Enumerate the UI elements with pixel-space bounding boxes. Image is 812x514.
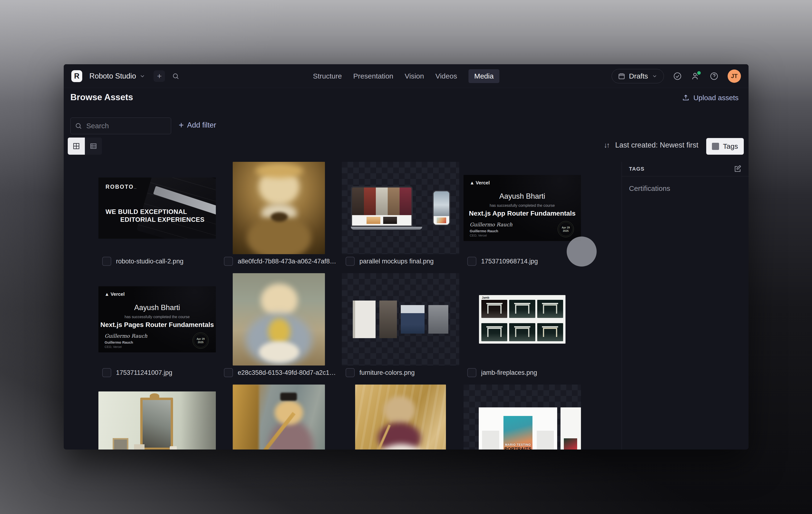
help-circle-icon [709, 72, 719, 81]
asset-checkbox[interactable] [467, 257, 476, 266]
desktop-background: R Roboto Studio + Structure Presentation… [0, 0, 812, 514]
asset-card: Jamb jamb-fireplaces.png [464, 273, 581, 380]
calendar-icon [618, 73, 625, 80]
asset-filename: 1753710968714.jpg [481, 258, 538, 265]
perspective-selector[interactable]: Drafts [612, 69, 664, 83]
decor [268, 318, 290, 345]
presence-dot [696, 71, 701, 76]
decor [280, 393, 297, 401]
workspace-name[interactable]: Roboto Studio [89, 72, 136, 80]
asset-thumbnail-certificate[interactable]: ▲ Vercel Aayush Bharti has successfully … [464, 175, 581, 241]
tab-vision[interactable]: Vision [405, 72, 424, 80]
certificate-recipient: Aayush Bharti [464, 192, 581, 200]
sort-control[interactable]: ↓↑ Last created: Newest first [604, 141, 698, 150]
decor [113, 438, 128, 450]
asset-thumbnail-interior[interactable] [98, 391, 216, 450]
tag-swatch-icon [712, 143, 719, 150]
asset-thumbnail-cat-portrait[interactable] [233, 273, 325, 366]
page-title: Browse Assets [70, 92, 133, 102]
asset-card: MARIO TESTINO PORTRAITS [464, 384, 581, 450]
cursor-overlay [567, 237, 597, 267]
user-avatar[interactable]: JT [728, 70, 741, 83]
tags-panel-header: TAGS [622, 162, 749, 176]
asset-grid: ROBOTO… WE BUILD EXCEPTIONAL EDITORIAL E… [98, 162, 581, 450]
decor [353, 301, 376, 338]
asset-card: ▲ Vercel Aayush Bharti has successfully … [464, 162, 581, 268]
asset-checkbox[interactable] [102, 257, 111, 266]
asset-thumbnail-roboto-banner[interactable]: ROBOTO… WE BUILD EXCEPTIONAL EDITORIAL E… [98, 178, 216, 239]
decor [401, 305, 425, 334]
phone-mockup [433, 190, 450, 225]
upload-icon [682, 94, 690, 102]
tag-item-certifications[interactable]: Certifications [622, 176, 749, 200]
list-view-button[interactable] [85, 138, 102, 155]
tab-structure[interactable]: Structure [313, 72, 342, 80]
decor [261, 283, 298, 317]
help-button[interactable] [709, 72, 719, 81]
magazine-spread: MARIO TESTINO PORTRAITS [479, 407, 557, 450]
logo-letter: R [74, 72, 79, 80]
add-filter-button[interactable]: + Add filter [179, 121, 216, 130]
list-icon [89, 142, 97, 150]
edit-tags-icon[interactable] [734, 165, 742, 173]
grid-view-button[interactable] [68, 138, 85, 155]
add-filter-label: Add filter [187, 121, 216, 130]
asset-card: ROBOTO… WE BUILD EXCEPTIONAL EDITORIAL E… [98, 162, 216, 268]
workspace-chevron-down-icon[interactable] [139, 73, 145, 79]
asset-card: parallel mockups final.png [342, 162, 459, 268]
collaborators-button[interactable] [691, 72, 700, 81]
upload-assets-button[interactable]: Upload assets [682, 94, 738, 102]
asset-thumbnail-fireplaces[interactable]: Jamb [464, 273, 581, 366]
new-document-button[interactable]: + [153, 71, 165, 82]
decor [256, 164, 303, 178]
asset-card [98, 384, 216, 450]
asset-thumbnail-cat-painting[interactable] [355, 384, 446, 450]
circle-check-icon [673, 72, 682, 81]
roboto-logo[interactable]: R [71, 70, 82, 82]
asset-checkbox[interactable] [346, 368, 355, 377]
asset-card: e28c358d-6153-49fd-80d7-a2c1040af... [220, 273, 338, 380]
asset-search [70, 117, 171, 134]
upload-assets-label: Upload assets [693, 94, 738, 102]
asset-checkbox[interactable] [224, 368, 233, 377]
asset-filename: 1753711241007.jpg [116, 369, 172, 376]
asset-thumbnail-magazine[interactable]: MARIO TESTINO PORTRAITS [464, 384, 581, 450]
asset-checkbox[interactable] [224, 257, 233, 266]
asset-card: ▲ Vercel Aayush Bharti has successfully … [98, 273, 216, 380]
certificate-course: Next.js App Router Fundamentals [464, 210, 581, 217]
asset-thumbnail-cat-painting[interactable] [233, 384, 325, 450]
publish-status-button[interactable] [673, 72, 682, 81]
asset-card: furniture-colors.png [342, 273, 459, 380]
asset-thumbnail-certificate[interactable]: ▲ Vercel Aayush Bharti has successfully … [98, 286, 216, 352]
asset-filename: jamb-fireplaces.png [481, 369, 537, 376]
asset-filename: e28c358d-6153-49fd-80d7-a2c1040af... [238, 369, 338, 376]
tags-toggle-label: Tags [723, 142, 738, 151]
tab-videos[interactable]: Videos [435, 72, 457, 80]
asset-card [220, 384, 338, 450]
asset-checkbox[interactable] [467, 368, 476, 377]
decor [247, 217, 311, 254]
asset-checkbox[interactable] [102, 368, 111, 377]
asset-card [342, 384, 459, 450]
decor [170, 446, 177, 450]
decor [259, 341, 299, 363]
asset-thumbnail-device-mockups[interactable] [342, 162, 459, 254]
tab-media[interactable]: Media [468, 69, 499, 83]
decor [428, 305, 448, 334]
tab-presentation[interactable]: Presentation [353, 72, 393, 80]
laptop-mockup [351, 186, 422, 229]
certificate-signature: Guillermo Rauch Guillermo Rauch CEO, Ver… [105, 333, 147, 349]
asset-thumbnail-cat-portrait[interactable] [233, 162, 325, 254]
asset-filename: furniture-colors.png [359, 369, 415, 376]
decor [379, 301, 397, 338]
asset-checkbox[interactable] [346, 257, 355, 266]
jamb-label: Jamb [482, 296, 489, 299]
certificate-subtitle: has successfully completed the course [98, 315, 216, 319]
asset-search-input[interactable] [86, 121, 167, 130]
tags-panel: TAGS Certifications [621, 162, 749, 450]
tags-toggle-button[interactable]: Tags [706, 138, 744, 155]
global-search-button[interactable] [172, 73, 179, 80]
asset-thumbnail-furniture[interactable] [342, 273, 459, 366]
chevron-down-icon [652, 73, 658, 79]
certificate-signature: Guillermo Rauch Guillermo Rauch CEO, Ver… [470, 222, 513, 237]
